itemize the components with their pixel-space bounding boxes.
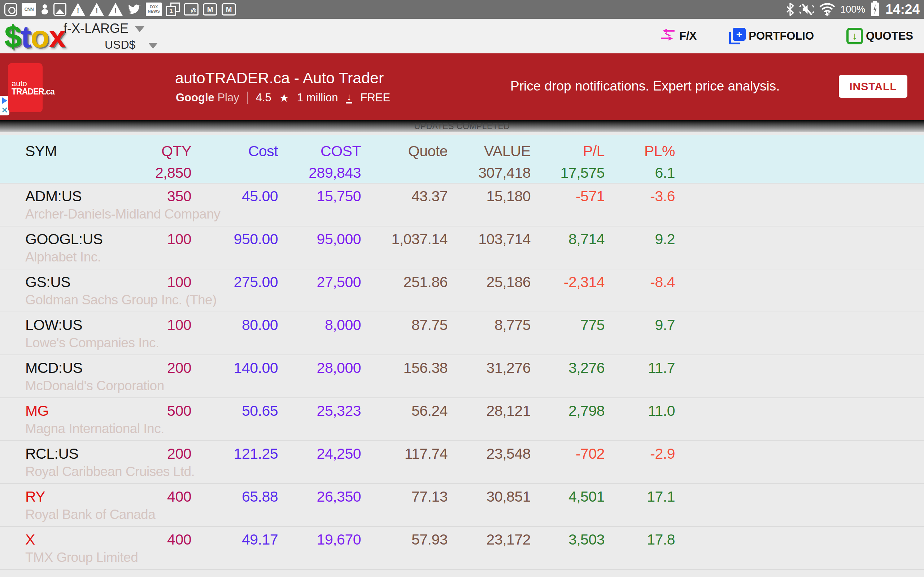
table-row[interactable]: LOW:US 100 80.00 8,000 87.75 8,775 775 9… bbox=[0, 311, 924, 355]
company-name: Alphabet Inc. bbox=[25, 250, 101, 265]
company-name: McDonald's Corporation bbox=[25, 378, 164, 393]
stock-quote: 43.37 bbox=[361, 188, 447, 205]
ad-title[interactable]: autoTRADER.ca - Auto Trader bbox=[175, 69, 384, 87]
table-row[interactable]: MCD:US 200 140.00 28,000 156.38 31,276 3… bbox=[0, 355, 924, 397]
stock-pl: 8,714 bbox=[531, 231, 604, 248]
install-button[interactable]: INSTALL bbox=[839, 75, 908, 98]
wifi-icon bbox=[819, 3, 836, 16]
table-row[interactable]: ADM:US 350 45.00 15,750 43.37 15,180 -57… bbox=[0, 183, 924, 226]
ad-pitch-text: Price drop notifications. Expert price a… bbox=[510, 79, 780, 94]
twitter-icon bbox=[127, 3, 142, 16]
stock-cost-total: 15,750 bbox=[278, 188, 361, 205]
photo-icon bbox=[53, 3, 66, 16]
totals-row: 2,850 289,843 307,418 17,575 6.1 bbox=[0, 164, 924, 181]
person-icon bbox=[40, 3, 49, 16]
column-header-quote[interactable]: Quote bbox=[361, 143, 447, 160]
stock-cost: 950.00 bbox=[191, 231, 278, 248]
stock-cost-total: 27,500 bbox=[278, 274, 361, 291]
column-header-value[interactable]: VALUE bbox=[447, 143, 531, 160]
table-row[interactable]: MG 500 50.65 25,323 56.24 28,121 2,798 1… bbox=[0, 397, 924, 440]
fx-arrows-icon bbox=[659, 27, 677, 45]
stock-quote: 56.24 bbox=[361, 403, 447, 419]
currency-selector-dropdown[interactable]: USD$ bbox=[105, 38, 158, 52]
table-row[interactable]: RCL:US 200 121.25 24,250 117.74 23,548 -… bbox=[0, 440, 924, 483]
table-row[interactable]: GS:US 100 275.00 27,500 251.86 25,186 -2… bbox=[0, 269, 924, 311]
stock-cost-total: 19,670 bbox=[278, 531, 361, 548]
total-cost: 289,843 bbox=[278, 164, 361, 181]
stock-cost-total: 20,000 bbox=[278, 574, 361, 577]
company-name: Lowe's Companies Inc. bbox=[25, 335, 159, 351]
bluetooth-icon bbox=[785, 3, 795, 16]
stock-pl: -571 bbox=[531, 188, 604, 205]
column-header-sym[interactable]: SYM bbox=[25, 143, 119, 160]
stock-symbol: RY bbox=[25, 488, 119, 505]
table-row[interactable]: GOOGL:US 100 950.00 95,000 1,037.14 103,… bbox=[0, 226, 924, 269]
gmail-icon: M bbox=[203, 3, 217, 16]
divider bbox=[247, 92, 248, 104]
company-name: TMX Group Limited bbox=[25, 550, 138, 565]
table-header: SYM QTY Cost COST Quote VALUE P/L PL% 2,… bbox=[0, 135, 924, 183]
portfolio-button[interactable]: + PORTFOLIO bbox=[729, 28, 814, 44]
stock-qty: 100 bbox=[119, 317, 191, 334]
stock-value: 15,180 bbox=[447, 188, 531, 205]
stock-cost-total: 26,350 bbox=[278, 488, 361, 505]
column-header-cost[interactable]: Cost bbox=[191, 143, 278, 160]
ad-banner[interactable]: ✕ auto TRADER.ca autoTRADER.ca - Auto Tr… bbox=[0, 53, 924, 120]
stock-quote: 77.13 bbox=[361, 488, 447, 505]
column-header-pl[interactable]: P/L bbox=[531, 143, 604, 160]
stock-symbol: LOW:US bbox=[25, 317, 119, 334]
stock-qty: 350 bbox=[119, 188, 191, 205]
stock-value: 30,851 bbox=[447, 488, 531, 505]
stock-pl: -702 bbox=[531, 445, 604, 462]
table-row[interactable]: X:US 500 40.00 20,000 35.01 17,505 -2,49… bbox=[0, 569, 924, 577]
stock-quote: 1,037.14 bbox=[361, 231, 447, 248]
stock-pl-pct: -12.5 bbox=[604, 574, 675, 577]
quotes-button[interactable]: ↓ QUOTES bbox=[846, 28, 913, 44]
stock-cost: 121.25 bbox=[191, 445, 278, 462]
stock-value: 103,714 bbox=[447, 231, 531, 248]
stock-cost: 45.00 bbox=[191, 188, 278, 205]
stock-pl-pct: 17.1 bbox=[604, 488, 675, 505]
battery-percent: 100% bbox=[840, 4, 865, 15]
warning-icon: ! bbox=[89, 3, 104, 16]
status-bar: CNN ! ! ! FOXNEWS 1 @ M M 100% bbox=[0, 0, 924, 19]
stock-pl-pct: 11.7 bbox=[604, 359, 675, 377]
column-header-qty[interactable]: QTY bbox=[119, 143, 191, 160]
stock-pl: -2,495 bbox=[531, 574, 604, 577]
table-row[interactable]: RY 400 65.88 26,350 77.13 30,851 4,501 1… bbox=[0, 483, 924, 526]
stock-qty: 500 bbox=[119, 403, 191, 419]
stock-cost: 140.00 bbox=[191, 359, 278, 377]
adchoices-icon[interactable] bbox=[2, 97, 7, 104]
stock-quote: 87.75 bbox=[361, 317, 447, 334]
fx-button[interactable]: F/X bbox=[659, 27, 696, 45]
stock-cost: 275.00 bbox=[191, 274, 278, 291]
stock-pl-pct: -8.4 bbox=[604, 274, 675, 291]
status-message-bar: UPDATES COMPLETED bbox=[0, 120, 924, 132]
stock-cost-total: 25,323 bbox=[278, 403, 361, 419]
header-actions: F/X + PORTFOLIO ↓ QUOTES bbox=[659, 19, 913, 53]
cnn-icon: CNN bbox=[22, 3, 36, 16]
battery-icon bbox=[869, 3, 879, 16]
stock-value: 23,172 bbox=[447, 531, 531, 548]
table-row[interactable]: X 400 49.17 19,670 57.93 23,172 3,503 17… bbox=[0, 526, 924, 569]
stock-pl-pct: 17.8 bbox=[604, 531, 675, 548]
stock-symbol: ADM:US bbox=[25, 188, 119, 205]
view-selector-dropdown[interactable]: f-X-LARGE bbox=[63, 21, 144, 36]
stock-pl: 775 bbox=[531, 317, 604, 334]
warning-icon: ! bbox=[108, 3, 123, 16]
stock-symbol: X:US bbox=[25, 574, 119, 577]
column-header-pl-pct[interactable]: PL% bbox=[604, 143, 675, 160]
stock-pl: 4,501 bbox=[531, 488, 604, 505]
ad-close-icon[interactable]: ✕ bbox=[2, 107, 8, 114]
speaker-icon bbox=[4, 3, 17, 16]
total-pl-pct: 6.1 bbox=[604, 164, 675, 181]
autotrader-logo[interactable]: auto TRADER.ca bbox=[8, 63, 43, 112]
clock: 14:24 bbox=[885, 2, 920, 17]
download-quotes-icon: ↓ bbox=[846, 28, 863, 44]
company-name: Royal Bank of Canada bbox=[25, 507, 155, 522]
stock-cost: 50.65 bbox=[191, 403, 278, 419]
stock-pl-pct: -2.9 bbox=[604, 445, 675, 462]
stock-value: 28,121 bbox=[447, 403, 531, 419]
stock-pl-pct: -3.6 bbox=[604, 188, 675, 205]
column-header-cost-total[interactable]: COST bbox=[278, 143, 361, 160]
